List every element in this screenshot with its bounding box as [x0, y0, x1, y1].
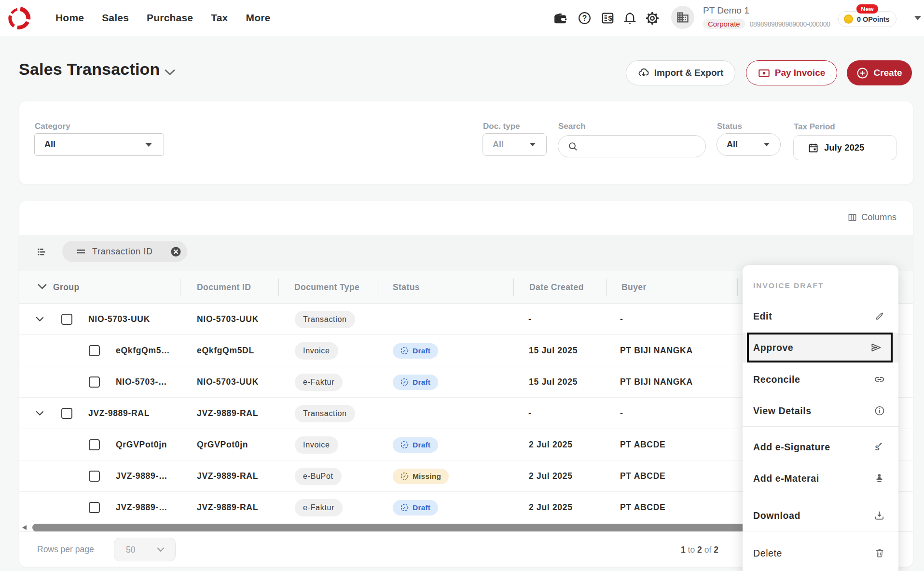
- svg-text:?: ?: [582, 14, 587, 22]
- svg-text:S: S: [875, 444, 879, 452]
- svg-text:$: $: [608, 14, 612, 22]
